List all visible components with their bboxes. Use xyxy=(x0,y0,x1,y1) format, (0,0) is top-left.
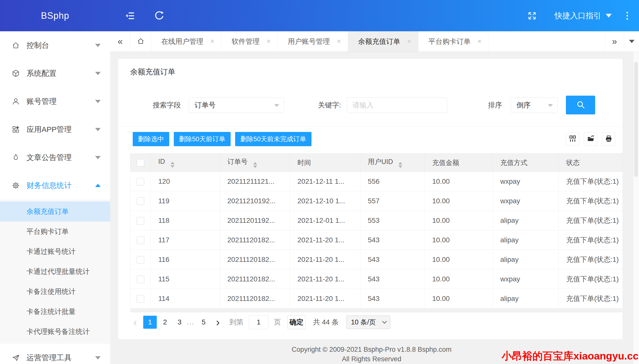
select-all-checkbox[interactable] xyxy=(137,159,144,166)
sort-icon[interactable] xyxy=(398,162,402,168)
table-row: 115 20211120182... 2021-11-20 1... 543 1… xyxy=(130,269,623,289)
submenu-item-label: 卡通过代理批量统计 xyxy=(27,267,90,276)
sidebar-item-system-config[interactable]: 系统配置 xyxy=(0,59,110,87)
tab-home-button[interactable] xyxy=(130,31,151,52)
keyword-input[interactable] xyxy=(347,97,447,113)
fullscreen-button[interactable] xyxy=(523,0,541,31)
cell-uid: 553 xyxy=(360,211,425,230)
more-menu-button[interactable] xyxy=(618,0,636,31)
tab-platform-card-orders[interactable]: 平台购卡订单 × xyxy=(418,31,489,52)
sidebar-item-operation-tools[interactable]: 运营管理工具 xyxy=(0,344,110,364)
delete-selected-button[interactable]: 删除选中 xyxy=(133,132,169,146)
tabs-scroll-right-button[interactable]: » xyxy=(605,31,624,52)
sidebar-item-app-management[interactable]: 应用APP管理 xyxy=(0,115,110,143)
pagination: ‹ 1 2 3 ... 5 › 到第 页 确定 共 44 条 10 条/页 xyxy=(130,315,390,330)
close-icon[interactable]: × xyxy=(337,38,341,45)
sidebar-item-label: 控制台 xyxy=(27,40,49,51)
search-field-select[interactable]: 订单号 xyxy=(189,97,284,113)
tabs-dropdown-button[interactable] xyxy=(624,31,639,52)
tab-online-user-management[interactable]: 在线用户管理 × xyxy=(151,31,222,52)
delete-50days-unfinished-button[interactable]: 删除50天前未完成订单 xyxy=(235,132,311,146)
tab-label: 在线用户管理 xyxy=(161,37,203,46)
collapse-menu-icon xyxy=(124,11,135,21)
sidebar-item-finance-statistics[interactable]: 财务信息统计 xyxy=(0,171,110,200)
row-checkbox[interactable] xyxy=(137,295,144,303)
submenu-item-label: 卡代理账号备注统计 xyxy=(27,327,90,336)
row-checkbox[interactable] xyxy=(137,256,144,264)
quick-entry-label: 快捷入口指引 xyxy=(555,11,601,21)
paper-plane-icon xyxy=(12,353,20,362)
search-button[interactable] xyxy=(566,96,595,114)
cell-amount: 10.00 xyxy=(425,269,493,289)
print-button[interactable] xyxy=(602,132,615,146)
sidebar-item-account-management[interactable]: 账号管理 xyxy=(0,87,110,115)
pagination-next-button[interactable]: › xyxy=(213,316,223,329)
cell-uid: 543 xyxy=(360,289,425,308)
sidebar-item-article-announcement[interactable]: 文章公告管理 xyxy=(0,143,110,171)
row-checkbox[interactable] xyxy=(137,198,144,205)
refresh-button[interactable] xyxy=(150,0,168,31)
search-icon xyxy=(576,100,585,110)
submenu-item-card-agent-batch-stats[interactable]: 卡通过代理批量统计 xyxy=(0,262,110,282)
scrollbar-thumb[interactable] xyxy=(634,62,638,177)
chevron-up-icon xyxy=(95,184,101,187)
pagination-ellipsis: ... xyxy=(186,318,195,326)
submenu-item-card-account-stats[interactable]: 卡通过账号统计 xyxy=(0,242,110,262)
pagination-page-1-active[interactable]: 1 xyxy=(143,316,157,329)
cell-id: 116 xyxy=(151,250,220,269)
per-page-select[interactable]: 10 条/页 xyxy=(346,315,390,329)
submenu-item-card-remark-batch-stats[interactable]: 卡备注统计批量 xyxy=(0,302,110,322)
row-checkbox[interactable] xyxy=(137,276,144,283)
cell-method: alipay xyxy=(493,289,559,308)
tab-label: 余额充值订单 xyxy=(358,37,400,46)
close-icon[interactable]: × xyxy=(210,38,214,45)
column-header-order-no[interactable]: 订单号 xyxy=(220,154,290,172)
content-area: 余额充值订单 搜索字段 订单号 关键字: 排序 倒序 xyxy=(110,52,639,364)
tab-software-management[interactable]: 软件管理 × xyxy=(222,31,278,52)
row-checkbox[interactable] xyxy=(137,237,144,244)
search-row: 搜索字段 订单号 关键字: 排序 倒序 xyxy=(118,97,622,113)
sort-select[interactable]: 倒序 xyxy=(511,97,558,113)
sidebar-collapse-button[interactable] xyxy=(121,0,138,31)
export-button[interactable] xyxy=(584,132,597,146)
chevron-down-icon xyxy=(274,104,279,107)
tab-user-account-management[interactable]: 用户账号管理 × xyxy=(278,31,348,52)
close-icon[interactable]: × xyxy=(477,38,482,45)
cell-amount: 10.00 xyxy=(425,289,493,308)
delete-50days-orders-button[interactable]: 删除50天前订单 xyxy=(174,132,231,146)
submenu-item-card-agent-account-remark-stats[interactable]: 卡代理账号备注统计 xyxy=(0,322,110,342)
close-icon[interactable]: × xyxy=(267,38,271,45)
cell-id: 117 xyxy=(151,230,220,250)
goto-confirm-button[interactable]: 确定 xyxy=(287,315,305,329)
sidebar-item-console[interactable]: 控制台 xyxy=(0,31,110,59)
quick-entry-dropdown[interactable]: 快捷入口指引 xyxy=(555,0,612,31)
main-area: « 在线用户管理 × 软件管理 × 用户账号管理 × xyxy=(110,31,639,364)
horizontal-scrollbar[interactable] xyxy=(130,308,622,312)
sort-icon[interactable] xyxy=(253,162,257,168)
submenu-item-label: 卡通过账号统计 xyxy=(27,247,76,256)
goto-page-input[interactable] xyxy=(249,315,268,329)
submenu-item-card-remark-usage-stats[interactable]: 卡备注使用统计 xyxy=(0,282,110,302)
row-checkbox[interactable] xyxy=(137,217,144,225)
column-header-id[interactable]: ID xyxy=(151,154,220,172)
pagination-page-2[interactable]: 2 xyxy=(159,318,171,326)
toggle-columns-button[interactable] xyxy=(566,132,579,146)
sidebar-item-label: 应用APP管理 xyxy=(27,124,72,135)
pagination-prev-button[interactable]: ‹ xyxy=(130,316,140,329)
export-icon xyxy=(587,135,595,143)
pagination-page-5[interactable]: 5 xyxy=(197,318,210,326)
cell-status: 充值下单(状态:1) xyxy=(559,211,623,230)
tab-balance-recharge-orders[interactable]: 余额充值订单 × xyxy=(348,31,418,52)
column-label: 用户UID xyxy=(368,158,393,165)
submenu-item-platform-card-orders[interactable]: 平台购卡订单 xyxy=(0,222,110,242)
vertical-scrollbar[interactable] xyxy=(633,52,639,364)
pagination-page-3[interactable]: 3 xyxy=(173,318,186,326)
column-header-status: 状态 xyxy=(559,154,623,172)
close-icon[interactable]: × xyxy=(407,38,411,45)
tabs-scroll-left-button[interactable]: « xyxy=(110,31,130,52)
column-header-uid[interactable]: 用户UID xyxy=(360,154,425,172)
row-checkbox[interactable] xyxy=(137,178,144,186)
submenu-item-balance-recharge-orders[interactable]: 余额充值订单 xyxy=(0,202,110,222)
sort-icon[interactable] xyxy=(171,162,175,168)
chevron-down-icon xyxy=(606,14,612,18)
